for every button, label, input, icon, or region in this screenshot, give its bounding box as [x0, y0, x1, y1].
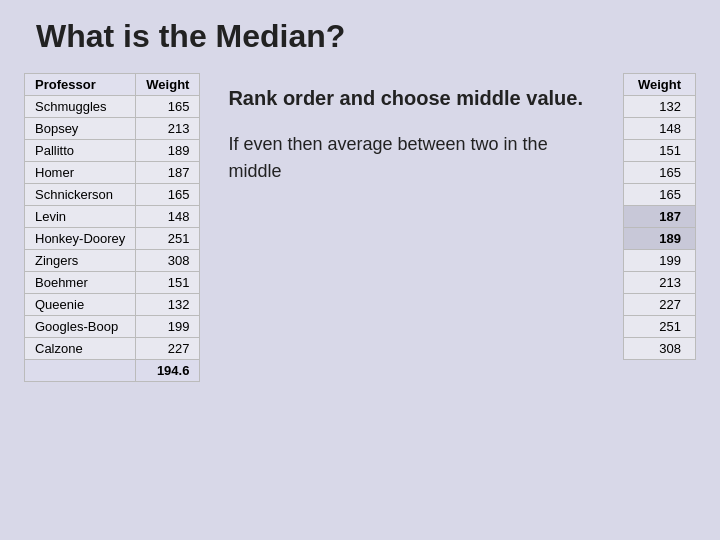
- right-table-row: 199: [623, 250, 695, 272]
- left-table-row: Queenie132: [25, 294, 200, 316]
- sorted-weight: 251: [623, 316, 695, 338]
- page: What is the Median? Professor Weight Sch…: [0, 0, 720, 540]
- sorted-weight: 165: [623, 184, 695, 206]
- professor-name: Levin: [25, 206, 136, 228]
- left-table-row: Calzone227: [25, 338, 200, 360]
- professor-name: Boehmer: [25, 272, 136, 294]
- professor-name: Schmuggles: [25, 96, 136, 118]
- professor-name: Queenie: [25, 294, 136, 316]
- right-table-row: 227: [623, 294, 695, 316]
- professor-weight: 165: [136, 96, 200, 118]
- left-table-total-row: 194.6: [25, 360, 200, 382]
- left-table: Professor Weight Schmuggles165Bopsey213P…: [24, 73, 200, 382]
- right-table-row: 165: [623, 184, 695, 206]
- professor-weight: 227: [136, 338, 200, 360]
- professor-name: Schnickerson: [25, 184, 136, 206]
- sorted-weight: 148: [623, 118, 695, 140]
- professor-weight: 148: [136, 206, 200, 228]
- sorted-weight: 213: [623, 272, 695, 294]
- left-table-row: Schmuggles165: [25, 96, 200, 118]
- content-row: Professor Weight Schmuggles165Bopsey213P…: [24, 73, 696, 382]
- left-table-row: Boehmer151: [25, 272, 200, 294]
- right-table-row: 151: [623, 140, 695, 162]
- professor-weight: 199: [136, 316, 200, 338]
- right-table-row: 308: [623, 338, 695, 360]
- sorted-weight: 308: [623, 338, 695, 360]
- right-table-row: 165: [623, 162, 695, 184]
- middle-block1: Rank order and choose middle value.: [228, 83, 594, 113]
- professor-weight: 213: [136, 118, 200, 140]
- sorted-weight: 165: [623, 162, 695, 184]
- right-table-row: 148: [623, 118, 695, 140]
- middle-block2: If even then average between two in the …: [228, 131, 594, 185]
- professor-name: Googles-Boop: [25, 316, 136, 338]
- professor-name: Homer: [25, 162, 136, 184]
- sorted-weight: 187: [623, 206, 695, 228]
- sorted-weight: 151: [623, 140, 695, 162]
- left-table-row: Honkey-Doorey251: [25, 228, 200, 250]
- left-table-row: Bopsey213: [25, 118, 200, 140]
- sorted-weight: 199: [623, 250, 695, 272]
- right-table-row: 213: [623, 272, 695, 294]
- professor-name: Pallitto: [25, 140, 136, 162]
- professor-weight: 165: [136, 184, 200, 206]
- sorted-weight: 189: [623, 228, 695, 250]
- professor-weight: 151: [136, 272, 200, 294]
- left-table-row: Levin148: [25, 206, 200, 228]
- right-table-row: 189: [623, 228, 695, 250]
- right-table-row: 251: [623, 316, 695, 338]
- total-weight: 194.6: [136, 360, 200, 382]
- left-col2-header: Weight: [136, 74, 200, 96]
- left-table-row: Googles-Boop199: [25, 316, 200, 338]
- professor-weight: 251: [136, 228, 200, 250]
- professor-name: Honkey-Doorey: [25, 228, 136, 250]
- left-table-row: Homer187: [25, 162, 200, 184]
- sorted-weight: 132: [623, 96, 695, 118]
- right-col-header: Weight: [623, 74, 695, 96]
- middle-text: Rank order and choose middle value. If e…: [220, 73, 602, 195]
- left-col1-header: Professor: [25, 74, 136, 96]
- professor-name: Calzone: [25, 338, 136, 360]
- left-table-row: Zingers308: [25, 250, 200, 272]
- left-table-wrap: Professor Weight Schmuggles165Bopsey213P…: [24, 73, 200, 382]
- professor-weight: 132: [136, 294, 200, 316]
- left-table-row: Schnickerson165: [25, 184, 200, 206]
- professor-weight: 189: [136, 140, 200, 162]
- professor-name: Zingers: [25, 250, 136, 272]
- right-table-row: 132: [623, 96, 695, 118]
- right-table: Weight 132148151165165187189199213227251…: [623, 73, 696, 360]
- professor-name: Bopsey: [25, 118, 136, 140]
- right-table-wrap: Weight 132148151165165187189199213227251…: [623, 73, 696, 360]
- page-title: What is the Median?: [36, 18, 696, 55]
- right-table-row: 187: [623, 206, 695, 228]
- professor-weight: 187: [136, 162, 200, 184]
- professor-weight: 308: [136, 250, 200, 272]
- left-table-row: Pallitto189: [25, 140, 200, 162]
- sorted-weight: 227: [623, 294, 695, 316]
